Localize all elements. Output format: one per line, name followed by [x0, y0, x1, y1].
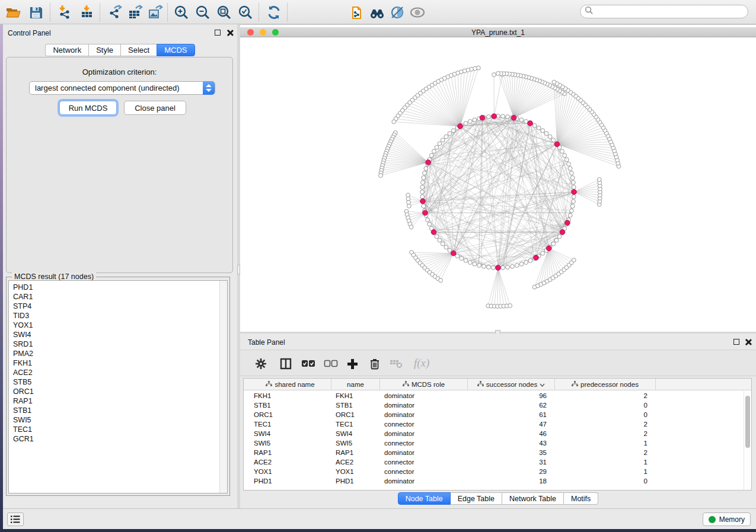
- mcds-result-item[interactable]: STB1: [9, 406, 227, 415]
- mcds-result-title: MCDS result (17 nodes): [12, 273, 96, 281]
- mcds-result-list[interactable]: PHD1CAR1STP4TID3YOX1SWI4SRD1PMA2FKH1ACE2…: [8, 280, 228, 493]
- cell-shared-name: SWI4: [250, 429, 331, 438]
- cell-name: SWI5: [331, 438, 380, 448]
- tab-select[interactable]: Select: [120, 44, 157, 56]
- save-icon[interactable]: [27, 4, 44, 21]
- column-header-MCDS-role[interactable]: MCDS role: [380, 379, 468, 390]
- search-input[interactable]: [594, 6, 748, 17]
- close-panel-icon[interactable]: [227, 30, 233, 36]
- cell-MCDS-role: dominator: [380, 429, 468, 438]
- clone-network-icon[interactable]: [349, 4, 365, 21]
- deselect-all-icon[interactable]: [323, 356, 339, 371]
- cell-successor-nodes: 61: [468, 410, 547, 419]
- table-row[interactable]: FKH1FKH1dominator962: [244, 391, 751, 400]
- cell-predecessor-nodes: 1: [555, 438, 647, 448]
- column-header-successor-nodes[interactable]: successor nodes: [468, 379, 555, 390]
- main-toolbar: [0, 0, 756, 24]
- open-file-icon[interactable]: [5, 4, 21, 21]
- column-header-predecessor-nodes[interactable]: predecessor nodes: [555, 379, 656, 390]
- tab-mcds[interactable]: MCDS: [157, 44, 194, 56]
- show-hide-icon[interactable]: [409, 4, 426, 21]
- import-network-icon[interactable]: [57, 4, 74, 21]
- table-row[interactable]: TEC1TEC1connector472: [244, 419, 751, 429]
- style-icon[interactable]: [389, 4, 406, 21]
- table-row[interactable]: SWI4SWI4dominator462: [244, 429, 751, 438]
- mcds-result-item[interactable]: ORC1: [9, 387, 227, 396]
- cell-name: SWI4: [331, 429, 380, 438]
- search-network-icon[interactable]: [369, 4, 385, 21]
- memory-label: Memory: [719, 515, 745, 524]
- gear-icon[interactable]: [253, 356, 269, 371]
- tab-motifs[interactable]: Motifs: [564, 492, 598, 505]
- zoom-fit-icon[interactable]: [216, 4, 232, 21]
- network-view-window: YPA_prune.txt_1: [240, 24, 756, 332]
- cell-shared-name: YOX1: [250, 467, 331, 476]
- tab-node-table[interactable]: Node Table: [398, 492, 451, 505]
- table-row[interactable]: ACE2ACE2connector311: [244, 457, 751, 467]
- close-panel-icon[interactable]: [745, 339, 751, 345]
- column-header-name[interactable]: name: [331, 379, 380, 390]
- refresh-icon[interactable]: [266, 4, 282, 21]
- delete-icon[interactable]: [367, 356, 382, 371]
- close-panel-button[interactable]: Close panel: [124, 101, 186, 115]
- cell-MCDS-role: connector: [380, 438, 468, 448]
- tab-style[interactable]: Style: [88, 44, 120, 56]
- table-header-row: shared namenameMCDS rolesuccessor nodesp…: [244, 379, 751, 390]
- memory-button[interactable]: Memory: [703, 512, 751, 526]
- list-icon: [11, 515, 20, 523]
- delete-table-icon[interactable]: [388, 356, 404, 371]
- tab-network-table[interactable]: Network Table: [502, 492, 564, 505]
- mcds-result-item[interactable]: FKH1: [9, 358, 227, 368]
- mcds-list-scrollbar[interactable]: [219, 281, 227, 493]
- import-table-icon[interactable]: [78, 4, 95, 21]
- float-panel-icon[interactable]: [215, 30, 221, 36]
- mcds-result-item[interactable]: STB5: [9, 377, 227, 387]
- mcds-result-item[interactable]: PHD1: [9, 283, 227, 292]
- mcds-result-item[interactable]: SRD1: [9, 339, 227, 349]
- zoom-selected-icon[interactable]: [237, 4, 254, 21]
- add-icon[interactable]: [344, 356, 360, 371]
- cell-successor-nodes: 47: [468, 419, 547, 429]
- cell-MCDS-role: connector: [380, 467, 468, 476]
- mcds-result-item[interactable]: TEC1: [9, 425, 227, 434]
- export-table-icon[interactable]: [127, 4, 143, 21]
- mcds-result-item[interactable]: TID3: [9, 311, 227, 321]
- zoom-in-icon[interactable]: [173, 4, 190, 21]
- cell-MCDS-role: connector: [380, 457, 468, 467]
- column-header-shared-name[interactable]: shared name: [250, 379, 331, 390]
- mcds-result-item[interactable]: RAP1: [9, 396, 227, 406]
- network-window-title: YPA_prune.txt_1: [240, 28, 756, 37]
- table-row[interactable]: YOX1YOX1connector291: [244, 467, 751, 476]
- network-window-titlebar[interactable]: YPA_prune.txt_1: [240, 27, 756, 37]
- cell-shared-name: SWI5: [250, 438, 331, 448]
- network-graph-canvas[interactable]: [240, 38, 756, 332]
- table-row[interactable]: PHD1PHD1dominator180: [244, 476, 751, 486]
- mcds-result-item[interactable]: PMA2: [9, 349, 227, 358]
- tab-edge-table[interactable]: Edge Table: [451, 492, 502, 505]
- export-network-icon[interactable]: [107, 4, 123, 21]
- optimization-criterion-label: Optimization criterion:: [7, 68, 232, 76]
- zoom-out-icon[interactable]: [194, 4, 211, 21]
- table-row[interactable]: RAP1RAP1dominator352: [244, 448, 751, 457]
- table-row[interactable]: ORC1ORC1dominator610: [244, 410, 751, 419]
- mcds-result-item[interactable]: STP4: [9, 302, 227, 311]
- table-scrollbar[interactable]: [744, 391, 751, 490]
- mcds-result-item[interactable]: YOX1: [9, 321, 227, 330]
- export-image-icon[interactable]: [147, 4, 164, 21]
- tab-network[interactable]: Network: [45, 44, 88, 56]
- table-row[interactable]: SWI5SWI5connector431: [244, 438, 751, 448]
- mcds-result-item[interactable]: GCR1: [9, 434, 227, 444]
- select-all-icon[interactable]: [301, 356, 316, 371]
- run-mcds-button[interactable]: Run MCDS: [59, 101, 117, 115]
- mcds-result-item[interactable]: CAR1: [9, 292, 227, 302]
- mcds-result-item[interactable]: SWI5: [9, 415, 227, 425]
- float-panel-icon[interactable]: [733, 339, 739, 345]
- mcds-result-item[interactable]: SWI4: [9, 330, 227, 339]
- optimization-criterion-select[interactable]: largest connected component (undirected): [29, 81, 215, 95]
- table-row[interactable]: STB1STB1dominator620: [244, 400, 751, 410]
- mcds-result-item[interactable]: ACE2: [9, 368, 227, 377]
- columns-icon[interactable]: [278, 356, 294, 371]
- optimization-criterion-value: largest connected component (undirected): [35, 84, 180, 92]
- search-field[interactable]: [580, 5, 748, 18]
- task-history-button[interactable]: [7, 512, 24, 526]
